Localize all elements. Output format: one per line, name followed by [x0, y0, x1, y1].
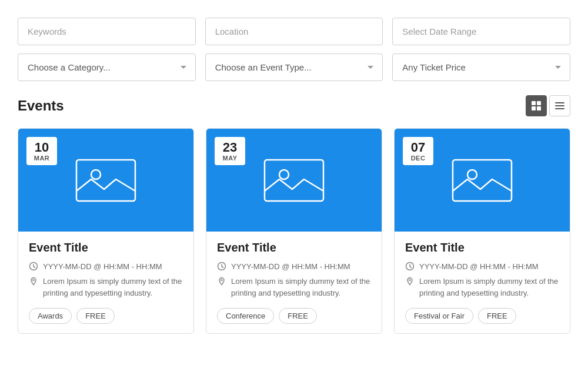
grid-view-button[interactable] [526, 95, 547, 116]
card-description: Lorem Ipsum is simply dummy text of the … [29, 276, 183, 299]
datetime-text: YYYY-MM-DD @ HH:MM - HH:MM [43, 262, 162, 271]
location-icon [217, 277, 226, 286]
location-input[interactable] [205, 18, 383, 45]
card-body: Event Title YYYY-MM-DD @ HH:MM - HH:MM L… [206, 232, 382, 333]
svg-point-3 [33, 279, 35, 281]
ticket-price-select[interactable]: Any Ticket Price Free Paid Under $25 Und… [392, 53, 570, 81]
card-datetime: YYYY-MM-DD @ HH:MM - HH:MM [29, 262, 183, 271]
search-row [18, 18, 570, 45]
category-select[interactable]: Choose a Category... Music Sports Arts [18, 53, 196, 81]
description-text: Lorem Ipsum is simply dummy text of the … [43, 276, 183, 299]
date-month: MAY [220, 155, 239, 162]
event-tag: FREE [279, 308, 317, 324]
card-title: Event Title [217, 241, 371, 254]
event-card[interactable]: 23 MAY Event Title YYYY-MM-DD @ HH:MM - … [206, 128, 382, 334]
date-badge: 07 DEC [403, 137, 433, 165]
svg-rect-0 [76, 160, 135, 201]
date-day: 10 [32, 140, 51, 155]
card-body: Event Title YYYY-MM-DD @ HH:MM - HH:MM L… [18, 232, 193, 333]
filter-row: Choose a Category... Music Sports Arts C… [18, 53, 570, 81]
card-title: Event Title [405, 241, 559, 254]
card-tags: Festival or FairFREE [405, 308, 559, 324]
svg-point-11 [409, 279, 411, 281]
event-tag: Festival or Fair [405, 308, 473, 324]
card-tags: ConferenceFREE [217, 308, 371, 324]
description-text: Lorem Ipsum is simply dummy text of the … [231, 276, 371, 299]
list-icon [555, 101, 564, 110]
card-image: 07 DEC [395, 129, 570, 232]
view-toggle [526, 95, 570, 116]
datetime-text: YYYY-MM-DD @ HH:MM - HH:MM [231, 262, 350, 271]
date-day: 07 [409, 140, 427, 155]
list-view-button[interactable] [549, 95, 570, 116]
events-header: Events [18, 95, 570, 116]
card-title: Event Title [29, 241, 183, 254]
date-month: DEC [409, 155, 427, 162]
events-grid: 10 MAR Event Title YYYY-MM-DD @ HH:MM - … [18, 128, 570, 334]
svg-point-9 [467, 170, 477, 179]
svg-point-1 [91, 170, 101, 179]
clock-icon [217, 262, 226, 271]
card-datetime: YYYY-MM-DD @ HH:MM - HH:MM [217, 262, 371, 271]
svg-point-5 [279, 170, 289, 179]
description-text: Lorem Ipsum is simply dummy text of the … [419, 276, 559, 299]
date-month: MAR [32, 155, 51, 162]
event-tag: Awards [29, 308, 72, 324]
event-card[interactable]: 10 MAR Event Title YYYY-MM-DD @ HH:MM - … [18, 128, 194, 334]
event-image-placeholder [262, 157, 326, 204]
svg-rect-8 [453, 160, 512, 201]
date-range-input[interactable] [392, 18, 570, 45]
card-body: Event Title YYYY-MM-DD @ HH:MM - HH:MM L… [395, 232, 570, 333]
card-description: Lorem Ipsum is simply dummy text of the … [217, 276, 371, 299]
datetime-text: YYYY-MM-DD @ HH:MM - HH:MM [419, 262, 539, 271]
svg-point-7 [221, 279, 223, 281]
events-title: Events [18, 98, 64, 114]
svg-rect-4 [265, 160, 323, 201]
card-tags: AwardsFREE [29, 308, 183, 324]
clock-icon [29, 262, 38, 271]
event-tag: FREE [76, 308, 115, 324]
card-image: 10 MAR [18, 129, 193, 232]
date-day: 23 [220, 140, 239, 155]
keywords-input[interactable] [18, 18, 196, 45]
grid-icon [532, 101, 541, 110]
event-tag: FREE [478, 308, 516, 324]
event-tag: Conference [217, 308, 274, 324]
location-icon [405, 277, 415, 286]
event-card[interactable]: 07 DEC Event Title YYYY-MM-DD @ HH:MM - … [394, 128, 570, 334]
date-badge: 23 MAY [215, 137, 245, 165]
date-badge: 10 MAR [26, 137, 57, 165]
clock-icon [405, 262, 415, 271]
event-type-select[interactable]: Choose an Event Type... Conference Festi… [205, 53, 383, 81]
card-datetime: YYYY-MM-DD @ HH:MM - HH:MM [405, 262, 559, 271]
event-image-placeholder [74, 157, 138, 204]
event-image-placeholder [450, 157, 514, 204]
location-icon [29, 277, 38, 286]
card-description: Lorem Ipsum is simply dummy text of the … [405, 276, 559, 299]
card-image: 23 MAY [206, 129, 382, 232]
